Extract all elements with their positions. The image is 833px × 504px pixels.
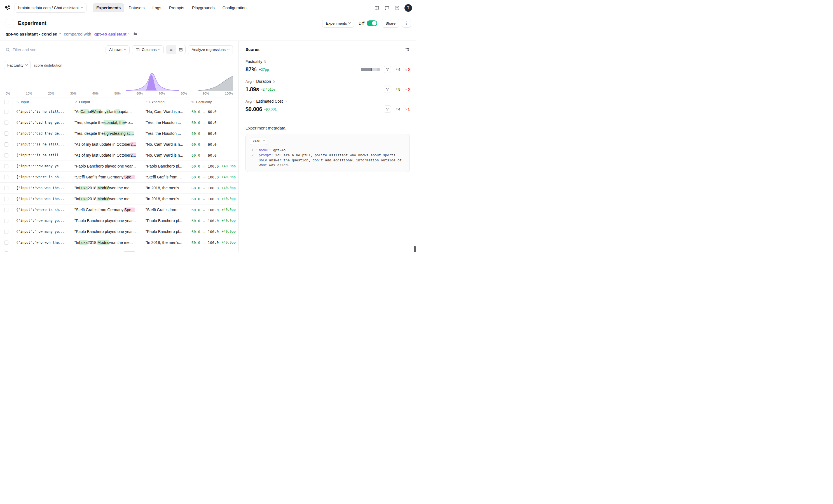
expected-cell[interactable]: "Yes, the Houston ...: [142, 128, 188, 139]
factuality-cell[interactable]: 60.0→100.0+40.0pp: [188, 183, 238, 193]
fold-toggle[interactable]: [254, 148, 259, 150]
share-button[interactable]: Share: [382, 19, 399, 28]
row-checkbox[interactable]: [4, 230, 8, 234]
scores-settings-button[interactable]: [405, 47, 410, 52]
factuality-cell[interactable]: 60.0→100.0+40.0pp: [188, 161, 238, 172]
expected-cell[interactable]: "Steffi Graf is from ...: [142, 172, 188, 182]
output-cell[interactable]: "InLuka 2018,Modrić won the me...: [71, 194, 142, 204]
table-row[interactable]: {"input":"where is sh..."Steffi Graf is …: [0, 204, 238, 216]
back-button[interactable]: ←: [6, 19, 14, 27]
tab-playgrounds[interactable]: Playgrounds: [188, 3, 218, 12]
score-filter-button[interactable]: [384, 85, 391, 93]
all-rows-dropdown[interactable]: All rows: [105, 45, 129, 54]
avg-aggregation-dropdown[interactable]: Avg: [245, 79, 254, 84]
row-checkbox[interactable]: [4, 219, 8, 223]
output-cell[interactable]: "Yes, despite the scandal, the Ho...: [71, 117, 142, 128]
input-cell[interactable]: {"input":"is he still...: [13, 150, 71, 160]
card-view-button[interactable]: [176, 45, 185, 54]
output-cell[interactable]: "Paolo Banchero played one year...: [71, 226, 142, 237]
expected-cell[interactable]: "No, Cam Ward is n...: [142, 150, 188, 160]
row-checkbox[interactable]: [4, 241, 8, 245]
user-avatar[interactable]: T: [404, 4, 412, 12]
comparison-experiment-dropdown[interactable]: gpt-4o assistant: [94, 32, 130, 36]
row-checkbox[interactable]: [4, 186, 8, 190]
output-cell[interactable]: "Yes, despite the sign-stealing sc...: [71, 128, 142, 139]
avg-aggregation-dropdown[interactable]: Avg: [245, 99, 254, 103]
factuality-cell[interactable]: 60.0→60.0: [188, 106, 238, 117]
diff-toggle[interactable]: [367, 20, 377, 26]
base-experiment-dropdown[interactable]: gpt-4o assistant - concise: [6, 32, 61, 36]
row-checkbox[interactable]: [4, 153, 8, 157]
factuality-cell[interactable]: 60.0→60.0: [188, 128, 238, 139]
output-column-header[interactable]: ↗ Output: [71, 98, 142, 106]
score-histogram[interactable]: [361, 68, 380, 71]
factuality-cell[interactable]: 60.0→100.0+40.0pp: [188, 226, 238, 237]
input-cell[interactable]: {"input":"is he still...: [13, 106, 71, 117]
table-row[interactable]: {"input":"is he still..."As of my last u…: [0, 150, 238, 161]
feedback-button[interactable]: [384, 5, 390, 10]
tab-experiments[interactable]: Experiments: [93, 3, 124, 12]
table-view-button[interactable]: [166, 45, 176, 54]
score-filter-button[interactable]: [384, 105, 391, 113]
input-cell[interactable]: {"input":"how many ye...: [13, 226, 71, 237]
output-cell[interactable]: "InLuka 2018,Modrić won the me...: [71, 237, 142, 248]
project-selector[interactable]: braintrustdata.com / Chat assistant: [15, 3, 87, 12]
tab-configuration[interactable]: Configuration: [219, 3, 250, 12]
output-cell[interactable]: "As of my last update in October 2...: [71, 150, 142, 160]
expected-cell[interactable]: "In 2018, the men's...: [142, 194, 188, 204]
row-checkbox[interactable]: [4, 251, 8, 252]
more-options-button[interactable]: ⋮: [402, 19, 411, 28]
input-column-header[interactable]: ↘ Input: [13, 98, 71, 106]
table-row[interactable]: {"input":"who won the..."InLuka 2018,Mod…: [0, 194, 238, 204]
table-row[interactable]: {"input":"where is sh..."Steffi Graf is …: [0, 248, 238, 252]
input-cell[interactable]: {"input":"who won the...: [13, 237, 71, 248]
columns-dropdown[interactable]: Columns: [132, 45, 164, 54]
factuality-cell[interactable]: 60.0→60.0: [188, 139, 238, 150]
output-cell[interactable]: "Steffi Graf is from Germany. Spe...: [71, 172, 142, 182]
expected-cell[interactable]: "Steffi Graf is from ...: [142, 204, 188, 215]
expected-cell[interactable]: "Paolo Banchero pl...: [142, 226, 188, 237]
distribution-metric-dropdown[interactable]: Factuality: [4, 61, 31, 69]
scrollbar[interactable]: [414, 246, 416, 252]
input-cell[interactable]: {"input":"did they ge...: [13, 128, 71, 139]
row-checkbox[interactable]: [4, 142, 8, 147]
input-cell[interactable]: {"input":"where is sh...: [13, 204, 71, 215]
input-cell[interactable]: {"input":"did they ge...: [13, 117, 71, 128]
factuality-cell[interactable]: 60.0→100.0+40.0pp: [188, 216, 238, 226]
help-button[interactable]: ?: [395, 5, 400, 10]
output-cell[interactable]: "Paolo Banchero played one year...: [71, 216, 142, 226]
experiments-view-dropdown[interactable]: Experiments: [322, 19, 354, 28]
table-row[interactable]: {"input":"did they ge..."Yes, despite th…: [0, 128, 238, 139]
row-checkbox[interactable]: [4, 197, 8, 201]
table-row[interactable]: {"input":"who won the..."InLuka 2018,Mod…: [0, 237, 238, 248]
expected-cell[interactable]: "In 2018, the men's...: [142, 183, 188, 193]
row-checkbox[interactable]: [4, 175, 8, 179]
expected-cell[interactable]: "Paolo Banchero pl...: [142, 161, 188, 172]
swap-experiments-button[interactable]: ⇆: [134, 31, 137, 36]
input-cell[interactable]: {"input":"how many ye...: [13, 216, 71, 226]
output-cell[interactable]: "Paolo Banchero played one year...: [71, 161, 142, 172]
factuality-column-header[interactable]: % Factuality: [188, 98, 238, 106]
filter-input[interactable]: [13, 48, 77, 52]
row-checkbox[interactable]: [4, 208, 8, 212]
output-cell[interactable]: "InLuka 2018,Modrić won the me...: [71, 183, 142, 193]
table-row[interactable]: {"input":"how many ye..."Paolo Banchero …: [0, 216, 238, 226]
input-cell[interactable]: {"input":"who won the...: [13, 183, 71, 193]
table-row[interactable]: {"input":"is he still..."As of my last u…: [0, 139, 238, 150]
row-checkbox[interactable]: [4, 164, 8, 168]
format-dropdown[interactable]: YAML: [250, 137, 267, 145]
output-cell[interactable]: "Steffi Graf is from Germany. Spe...: [71, 248, 142, 252]
expected-cell[interactable]: "Paolo Banchero pl...: [142, 216, 188, 226]
tab-datasets[interactable]: Datasets: [125, 3, 148, 12]
row-checkbox[interactable]: [4, 121, 8, 125]
expected-cell[interactable]: "Steffi Graf is from ...: [142, 248, 188, 252]
table-row[interactable]: {"input":"how many ye..."Paolo Banchero …: [0, 161, 238, 172]
factuality-cell[interactable]: 60.0→60.0: [188, 150, 238, 160]
table-row[interactable]: {"input":"did they ge..."Yes, despite th…: [0, 117, 238, 128]
input-cell[interactable]: {"input":"where is sh...: [13, 172, 71, 182]
expected-cell[interactable]: "Yes, the Houston ...: [142, 117, 188, 128]
select-all-checkbox[interactable]: [4, 100, 8, 104]
factuality-cell[interactable]: 60.0→100.0+40.0pp: [188, 194, 238, 204]
score-filter-button[interactable]: [384, 66, 391, 73]
factuality-cell[interactable]: 60.0→100.0+40.0pp: [188, 204, 238, 215]
